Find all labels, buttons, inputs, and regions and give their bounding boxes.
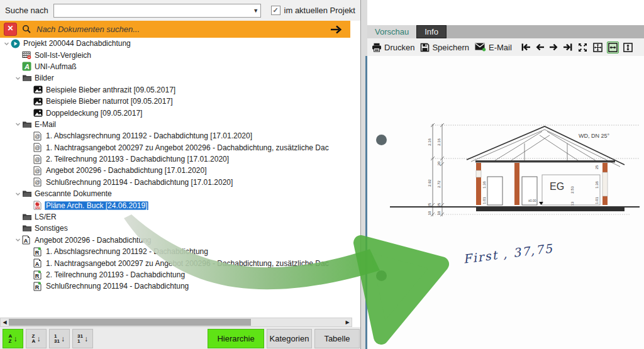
previous-page-icon[interactable]: [535, 43, 545, 52]
tree-item-label[interactable]: Gescannte Dokumente: [33, 189, 113, 198]
search-input[interactable]: [54, 6, 252, 16]
print-button[interactable]: Drucken: [370, 42, 416, 53]
tree-item[interactable]: AAngebot 200296 - Dachabdichtung: [0, 235, 360, 246]
combo-dropdown-icon[interactable]: ▼: [252, 8, 260, 14]
sort-button-311[interactable]: 311↓: [72, 329, 93, 348]
search-combobox[interactable]: ▼: [53, 4, 261, 18]
view-button-hierarchie[interactable]: Hierarchie: [208, 329, 264, 348]
tree-item[interactable]: R1. Abschlagsrechnung 201192 - Dachabdic…: [0, 246, 360, 257]
svg-text:20: 20: [437, 161, 441, 165]
first-page-icon[interactable]: [520, 43, 531, 52]
tree-item-label[interactable]: UNI-Aufmaß: [33, 62, 78, 71]
document-search-bar: ✕ Nach Dokumenten suchen...: [0, 21, 350, 38]
tree-item[interactable]: @1. Nachtragsangebot 200297 zu Angebot 2…: [0, 142, 360, 153]
svg-text:R: R: [35, 272, 40, 279]
tree-item[interactable]: Doppeldeckung [09.05.2017]: [0, 107, 360, 118]
next-page-icon[interactable]: [548, 43, 559, 52]
sort-button-az[interactable]: AZ↓: [3, 329, 23, 348]
email-icon: @: [33, 177, 45, 187]
tree-item-label[interactable]: Beispiele Bieber naturrot [09.05.2017]: [45, 97, 174, 106]
expander-icon[interactable]: [14, 121, 22, 127]
tree-item[interactable]: @1. Abschlagsrechnung 201192 - Dachabdic…: [0, 130, 360, 141]
tree-item-label-selected[interactable]: Pläne Arch. Buck [24.06.2019]: [45, 201, 148, 210]
email-button[interactable]: E-Mail: [474, 42, 513, 53]
tree-item[interactable]: A1. Nachtragsangebot 200297 zu Angebot 2…: [0, 257, 360, 269]
tab-vorschau[interactable]: Vorschau: [367, 25, 416, 38]
tree-item-label[interactable]: Bilder: [33, 74, 55, 82]
tree-item-label[interactable]: LS/ER: [33, 213, 58, 221]
preview-panel-top: [367, 0, 644, 25]
tree-item[interactable]: Beispiele Bieber anthrazit [09.05.2017]: [0, 84, 360, 96]
tree-item[interactable]: RSchlußrechnung 201194 - Dachabdichtung: [0, 280, 360, 292]
sort-button-za[interactable]: ZA↓: [26, 329, 47, 348]
close-icon[interactable]: ✕: [4, 23, 17, 36]
expander-icon[interactable]: [14, 75, 22, 81]
tree-item-label[interactable]: 1. Nachtragsangebot 200297 zu Angebot 20…: [45, 259, 330, 268]
tree-item-label[interactable]: 1. Abschlagsrechnung 201192 - Dachabdich…: [45, 131, 253, 140]
submit-search-icon[interactable]: [330, 25, 341, 34]
tree-item-label[interactable]: 2. Teilrechnung 201193 - Dachabdichtung …: [45, 155, 230, 163]
image-icon: [33, 97, 45, 106]
svg-text:R: R: [35, 284, 40, 290]
svg-text:A: A: [24, 238, 28, 244]
tab-info[interactable]: Info: [416, 25, 447, 38]
svg-text:A: A: [24, 63, 30, 70]
expander-icon[interactable]: [3, 41, 11, 47]
tree-item-label[interactable]: Doppeldeckung [09.05.2017]: [45, 109, 143, 118]
scroll-left-icon[interactable]: ◀: [1, 318, 9, 326]
printer-icon: [372, 43, 382, 52]
print-label: Drucken: [384, 43, 414, 52]
tree-item[interactable]: @Angebot 200296 - Dachabdichtung [17.01.…: [0, 165, 360, 176]
horizontal-scrollbar[interactable]: ◀ ▶: [0, 318, 352, 327]
tree-item-label[interactable]: Projekt 200044 Dachabdichtung: [22, 39, 132, 48]
tree-item[interactable]: Gescannte Dokumente: [0, 188, 360, 199]
svg-text:10: 10: [437, 211, 441, 215]
svg-text:2.16: 2.16: [428, 138, 431, 146]
tree-item[interactable]: LS/ER: [0, 211, 360, 223]
tree-item[interactable]: Beispiele Bieber naturrot [09.05.2017]: [0, 96, 360, 107]
tree-item-label[interactable]: E-Mail: [33, 120, 57, 129]
fit-width-button[interactable]: [607, 42, 619, 53]
tree-item[interactable]: Sonstiges: [0, 223, 360, 234]
tree-item-label[interactable]: 1. Nachtragsangebot 200297 zu Angebot 20…: [45, 143, 330, 152]
expander-icon[interactable]: [14, 191, 22, 197]
docr-icon: R: [33, 282, 45, 291]
fit-height-button[interactable]: [622, 42, 634, 53]
tree-item-label[interactable]: Schlußrechnung 201194 - Dachabdichtung […: [45, 178, 234, 187]
sort-button-131[interactable]: 131↓: [49, 329, 70, 348]
tree-item[interactable]: R2. Teilrechnung 201193 - Dachabdichtung: [0, 269, 360, 280]
tree-item[interactable]: AUNI-Aufmaß: [0, 61, 360, 72]
tree-item-label[interactable]: 1. Abschlagsrechnung 201192 - Dachabdich…: [45, 247, 209, 256]
tree-item-label[interactable]: Soll-Ist-Vergleich: [33, 51, 92, 60]
tree-item-label[interactable]: Schlußrechnung 201194 - Dachabdichtung: [45, 282, 190, 291]
tree-item[interactable]: Soll-Ist-Vergleich: [0, 49, 360, 60]
scroll-right-icon[interactable]: ▶: [343, 318, 352, 326]
view-button-tabelle[interactable]: Tabelle: [314, 329, 360, 348]
tree-item-label[interactable]: Beispiele Bieber anthrazit [09.05.2017]: [45, 86, 177, 94]
tree-item-label[interactable]: Angebot 200296 - Dachabdichtung: [33, 236, 152, 245]
current-project-checkbox[interactable]: ✓: [271, 6, 280, 15]
fullscreen-icon[interactable]: [577, 42, 589, 53]
document-tree-panel: Suche nach ▼ ✓ im aktuellen Projekt ✕ Na…: [0, 0, 360, 349]
svg-text:@: @: [35, 168, 40, 174]
last-page-icon[interactable]: [562, 43, 574, 52]
doc-search-placeholder[interactable]: Nach Dokumenten suchen...: [36, 25, 140, 34]
scrollbar-thumb[interactable]: [9, 319, 251, 326]
tree-footer-bar: AZ↓ZA↓131↓311↓ HierarchieKategorienTabel…: [0, 327, 360, 349]
tree-item-label[interactable]: Sonstiges: [33, 224, 69, 233]
fit-page-button[interactable]: [592, 42, 604, 53]
eg-label: EG: [550, 181, 564, 192]
svg-text:PDF: PDF: [36, 207, 40, 209]
tree-item[interactable]: Bilder: [0, 72, 360, 84]
tree-item[interactable]: Projekt 200044 Dachabdichtung: [0, 38, 360, 49]
tree-item-label[interactable]: Angebot 200296 - Dachabdichtung [17.01.2…: [45, 166, 208, 175]
tree-item-label[interactable]: 2. Teilrechnung 201193 - Dachabdichtung: [45, 270, 186, 279]
view-button-kategorien[interactable]: Kategorien: [267, 329, 312, 348]
expander-icon[interactable]: [14, 237, 22, 243]
tree-item[interactable]: PDFPläne Arch. Buck [24.06.2019]: [0, 199, 360, 211]
tree-item[interactable]: @Schlußrechnung 201194 - Dachabdichtung …: [0, 177, 360, 188]
search-row: Suche nach ▼ ✓ im aktuellen Projekt: [0, 0, 360, 21]
save-button[interactable]: Speichern: [419, 42, 470, 53]
tree-item[interactable]: @2. Teilrechnung 201193 - Dachabdichtung…: [0, 153, 360, 165]
tree-item[interactable]: E-Mail: [0, 119, 360, 130]
